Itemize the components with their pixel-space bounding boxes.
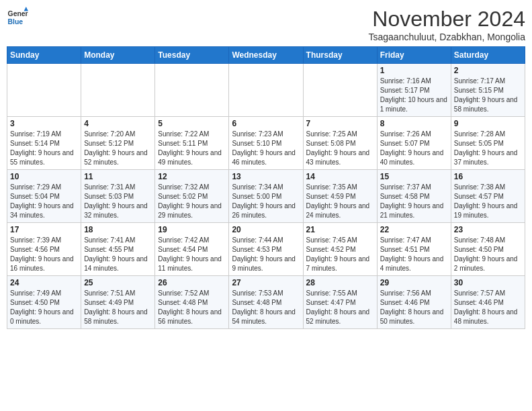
calendar-header: SundayMondayTuesdayWednesdayThursdayFrid… [7,47,525,64]
day-number: 19 [158,225,226,234]
day-number: 7 [306,119,374,128]
calendar-week-1: 1Sunrise: 7:16 AM Sunset: 5:17 PM Daylig… [7,64,525,117]
calendar-cell: 5Sunrise: 7:22 AM Sunset: 5:11 PM Daylig… [155,117,229,170]
calendar-cell: 2Sunrise: 7:17 AM Sunset: 5:15 PM Daylig… [451,64,525,117]
calendar-week-3: 10Sunrise: 7:29 AM Sunset: 5:04 PM Dayli… [7,170,525,223]
weekday-header-wednesday: Wednesday [229,47,303,64]
day-info: Sunrise: 7:28 AM Sunset: 5:05 PM Dayligh… [454,130,522,167]
day-number: 27 [232,278,300,287]
calendar-week-5: 24Sunrise: 7:49 AM Sunset: 4:50 PM Dayli… [7,276,525,329]
day-info: Sunrise: 7:31 AM Sunset: 5:03 PM Dayligh… [84,183,152,220]
calendar-cell: 16Sunrise: 7:38 AM Sunset: 4:57 PM Dayli… [451,170,525,223]
day-info: Sunrise: 7:29 AM Sunset: 5:04 PM Dayligh… [10,183,78,220]
calendar-cell: 28Sunrise: 7:55 AM Sunset: 4:47 PM Dayli… [303,276,377,329]
day-info: Sunrise: 7:48 AM Sunset: 4:50 PM Dayligh… [454,236,522,273]
day-number: 17 [10,225,78,234]
weekday-header-friday: Friday [377,47,451,64]
logo: General Blue [7,7,28,28]
day-info: Sunrise: 7:37 AM Sunset: 4:58 PM Dayligh… [380,183,448,220]
day-number: 13 [232,172,300,181]
calendar-cell: 24Sunrise: 7:49 AM Sunset: 4:50 PM Dayli… [7,276,81,329]
day-info: Sunrise: 7:20 AM Sunset: 5:12 PM Dayligh… [84,130,152,167]
calendar-cell: 6Sunrise: 7:23 AM Sunset: 5:10 PM Daylig… [229,117,303,170]
day-info: Sunrise: 7:38 AM Sunset: 4:57 PM Dayligh… [454,183,522,220]
calendar-cell [303,64,377,117]
day-number: 26 [158,278,226,287]
calendar-cell: 18Sunrise: 7:41 AM Sunset: 4:55 PM Dayli… [81,223,155,276]
day-info: Sunrise: 7:44 AM Sunset: 4:53 PM Dayligh… [232,236,300,273]
calendar-cell: 14Sunrise: 7:35 AM Sunset: 4:59 PM Dayli… [303,170,377,223]
calendar-cell: 22Sunrise: 7:47 AM Sunset: 4:51 PM Dayli… [377,223,451,276]
calendar-week-4: 17Sunrise: 7:39 AM Sunset: 4:56 PM Dayli… [7,223,525,276]
calendar-cell: 23Sunrise: 7:48 AM Sunset: 4:50 PM Dayli… [451,223,525,276]
day-info: Sunrise: 7:32 AM Sunset: 5:02 PM Dayligh… [158,183,226,220]
day-number: 25 [84,278,152,287]
title-area: November 2024 Tsagaanchuluut, Dzabkhan, … [369,7,526,42]
day-info: Sunrise: 7:34 AM Sunset: 5:00 PM Dayligh… [232,183,300,220]
svg-marker-2 [24,7,28,11]
day-number: 23 [454,225,522,234]
day-info: Sunrise: 7:39 AM Sunset: 4:56 PM Dayligh… [10,236,78,273]
day-number: 1 [380,66,448,75]
day-info: Sunrise: 7:51 AM Sunset: 4:49 PM Dayligh… [84,289,152,326]
calendar-cell: 11Sunrise: 7:31 AM Sunset: 5:03 PM Dayli… [81,170,155,223]
day-number: 2 [454,66,522,75]
day-info: Sunrise: 7:42 AM Sunset: 4:54 PM Dayligh… [158,236,226,273]
calendar-table: SundayMondayTuesdayWednesdayThursdayFrid… [7,46,525,329]
weekday-header-saturday: Saturday [451,47,525,64]
calendar-cell [229,64,303,117]
calendar-cell: 15Sunrise: 7:37 AM Sunset: 4:58 PM Dayli… [377,170,451,223]
calendar-cell: 17Sunrise: 7:39 AM Sunset: 4:56 PM Dayli… [7,223,81,276]
calendar-cell: 1Sunrise: 7:16 AM Sunset: 5:17 PM Daylig… [377,64,451,117]
day-info: Sunrise: 7:45 AM Sunset: 4:52 PM Dayligh… [306,236,374,273]
day-number: 4 [84,119,152,128]
calendar-cell: 30Sunrise: 7:57 AM Sunset: 4:46 PM Dayli… [451,276,525,329]
calendar-subtitle: Tsagaanchuluut, Dzabkhan, Mongolia [369,32,526,42]
day-number: 18 [84,225,152,234]
calendar-cell: 21Sunrise: 7:45 AM Sunset: 4:52 PM Dayli… [303,223,377,276]
weekday-header-tuesday: Tuesday [155,47,229,64]
day-number: 22 [380,225,448,234]
calendar-cell: 8Sunrise: 7:26 AM Sunset: 5:07 PM Daylig… [377,117,451,170]
svg-text:Blue: Blue [8,18,24,26]
day-info: Sunrise: 7:16 AM Sunset: 5:17 PM Dayligh… [380,77,448,114]
calendar-cell: 19Sunrise: 7:42 AM Sunset: 4:54 PM Dayli… [155,223,229,276]
day-number: 28 [306,278,374,287]
weekday-header-monday: Monday [81,47,155,64]
calendar-cell: 3Sunrise: 7:19 AM Sunset: 5:14 PM Daylig… [7,117,81,170]
day-info: Sunrise: 7:23 AM Sunset: 5:10 PM Dayligh… [232,130,300,167]
day-info: Sunrise: 7:57 AM Sunset: 4:46 PM Dayligh… [454,289,522,326]
day-number: 24 [10,278,78,287]
day-number: 30 [454,278,522,287]
day-number: 15 [380,172,448,181]
calendar-cell: 13Sunrise: 7:34 AM Sunset: 5:00 PM Dayli… [229,170,303,223]
calendar-cell: 9Sunrise: 7:28 AM Sunset: 5:05 PM Daylig… [451,117,525,170]
day-number: 14 [306,172,374,181]
day-info: Sunrise: 7:52 AM Sunset: 4:48 PM Dayligh… [158,289,226,326]
day-number: 9 [454,119,522,128]
day-info: Sunrise: 7:56 AM Sunset: 4:46 PM Dayligh… [380,289,448,326]
day-info: Sunrise: 7:53 AM Sunset: 4:48 PM Dayligh… [232,289,300,326]
day-number: 11 [84,172,152,181]
calendar-cell [155,64,229,117]
calendar-week-2: 3Sunrise: 7:19 AM Sunset: 5:14 PM Daylig… [7,117,525,170]
day-info: Sunrise: 7:47 AM Sunset: 4:51 PM Dayligh… [380,236,448,273]
day-info: Sunrise: 7:22 AM Sunset: 5:11 PM Dayligh… [158,130,226,167]
day-info: Sunrise: 7:35 AM Sunset: 4:59 PM Dayligh… [306,183,374,220]
day-info: Sunrise: 7:55 AM Sunset: 4:47 PM Dayligh… [306,289,374,326]
day-number: 3 [10,119,78,128]
calendar-title: November 2024 [369,7,526,32]
day-number: 20 [232,225,300,234]
day-number: 29 [380,278,448,287]
calendar-cell [7,64,81,117]
day-number: 16 [454,172,522,181]
calendar-cell: 12Sunrise: 7:32 AM Sunset: 5:02 PM Dayli… [155,170,229,223]
calendar-body: 1Sunrise: 7:16 AM Sunset: 5:17 PM Daylig… [7,64,525,329]
day-number: 21 [306,225,374,234]
day-number: 12 [158,172,226,181]
day-number: 6 [232,119,300,128]
weekday-header-thursday: Thursday [303,47,377,64]
svg-text:General: General [8,10,28,17]
calendar-cell: 25Sunrise: 7:51 AM Sunset: 4:49 PM Dayli… [81,276,155,329]
calendar-cell: 27Sunrise: 7:53 AM Sunset: 4:48 PM Dayli… [229,276,303,329]
